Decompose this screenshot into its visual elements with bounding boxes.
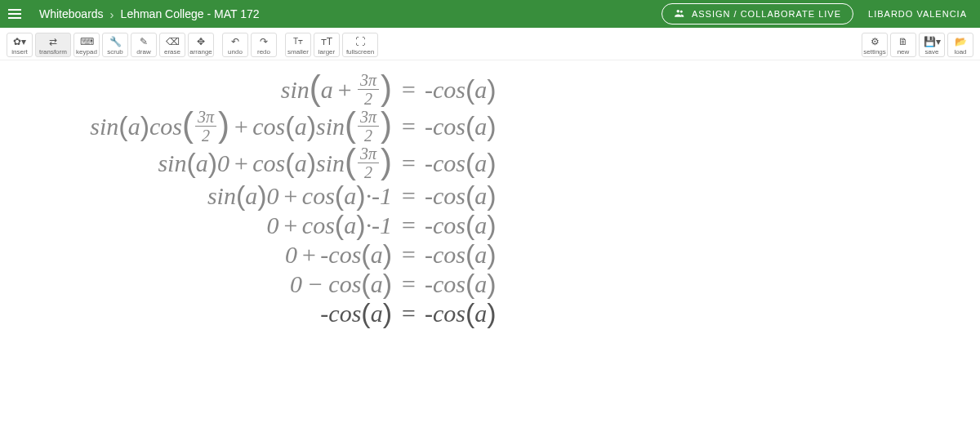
equation-row[interactable]: -cos(a) = -cos(a) bbox=[33, 300, 947, 327]
wrench-icon: 🔧 bbox=[109, 37, 122, 47]
transform-button[interactable]: ⇄ transform bbox=[35, 33, 71, 57]
equation-row[interactable]: sin(a) cos( 3π2 ) + cos(a) sin( 3π2 ) = … bbox=[33, 109, 947, 144]
smaller-button[interactable]: Tᴛ smaller bbox=[285, 33, 311, 57]
keyboard-icon: ⌨ bbox=[80, 37, 94, 47]
load-button[interactable]: 📂 load bbox=[947, 33, 973, 57]
breadcrumb-page[interactable]: Lehman College - MAT 172 bbox=[121, 7, 260, 20]
new-file-icon: 🗎 bbox=[898, 37, 908, 47]
eraser-icon: ⌫ bbox=[166, 37, 180, 47]
fullscreen-button[interactable]: ⛶ fullscreen bbox=[342, 33, 378, 57]
right-paren-icon: ) bbox=[381, 71, 392, 105]
equation-row[interactable]: sin ( a + 3π 2 ) = - cos ( a ) bbox=[33, 72, 947, 107]
save-icon: 💾▾ bbox=[924, 37, 941, 47]
settings-button[interactable]: ⚙ settings bbox=[862, 33, 888, 57]
pencil-icon: ✎ bbox=[140, 37, 148, 47]
save-button[interactable]: 💾▾ save bbox=[919, 33, 945, 57]
svg-point-0 bbox=[676, 10, 679, 12]
fraction: 3π 2 bbox=[358, 72, 379, 107]
assign-collaborate-button[interactable]: ASSIGN / COLLABORATE LIVE bbox=[662, 3, 853, 24]
app-header: Whiteboards › Lehman College - MAT 172 A… bbox=[0, 0, 980, 28]
gear-icon: ⚙ bbox=[871, 37, 880, 47]
svg-point-1 bbox=[680, 11, 683, 13]
load-icon: 📂 bbox=[955, 37, 967, 47]
equation-row[interactable]: 0 + -cos(a) = -cos(a) bbox=[33, 241, 947, 269]
new-button[interactable]: 🗎 new bbox=[890, 33, 916, 57]
hamburger-menu-icon[interactable] bbox=[8, 6, 24, 22]
breadcrumb-root[interactable]: Whiteboards bbox=[39, 7, 104, 20]
breadcrumb: Whiteboards › Lehman College - MAT 172 bbox=[39, 7, 260, 21]
keypad-button[interactable]: ⌨ keypad bbox=[74, 33, 100, 57]
equation-row[interactable]: sin(a) 0 + cos(a) ·-1 = -cos(a) bbox=[33, 182, 947, 210]
redo-button[interactable]: ↷ redo bbox=[251, 33, 277, 57]
assign-label: ASSIGN / COLLABORATE LIVE bbox=[692, 9, 841, 19]
equation-row[interactable]: 0 + cos(a) ·-1 = -cos(a) bbox=[33, 212, 947, 239]
undo-icon: ↶ bbox=[231, 37, 239, 47]
equation-row[interactable]: 0 − cos(a) = -cos(a) bbox=[33, 270, 947, 298]
left-paren-icon: ( bbox=[310, 71, 321, 105]
move-icon: ✥ bbox=[197, 37, 205, 47]
user-name[interactable]: LIBARDO VALENCIA bbox=[863, 9, 972, 19]
whiteboard-canvas[interactable]: sin ( a + 3π 2 ) = - cos ( a ) sin(a) co… bbox=[0, 60, 980, 339]
arrange-button[interactable]: ✥ arrange bbox=[188, 33, 214, 57]
undo-button[interactable]: ↶ undo bbox=[222, 33, 248, 57]
chevron-right-icon: › bbox=[110, 7, 114, 21]
shuffle-icon: ⇄ bbox=[49, 37, 57, 47]
text-larger-icon: ᴛT bbox=[321, 37, 332, 47]
toolbar: ✿▾ insert ⇄ transform ⌨ keypad 🔧 scrub ✎… bbox=[0, 28, 980, 60]
people-icon bbox=[674, 7, 685, 20]
text-smaller-icon: Tᴛ bbox=[293, 37, 303, 47]
fullscreen-icon: ⛶ bbox=[355, 37, 365, 47]
draw-button[interactable]: ✎ draw bbox=[131, 33, 157, 57]
insert-button[interactable]: ✿▾ insert bbox=[7, 33, 33, 57]
equation-row[interactable]: sin(a) 0 + cos(a) sin( 3π2 ) = -cos(a) bbox=[33, 145, 947, 180]
erase-button[interactable]: ⌫ erase bbox=[159, 33, 185, 57]
larger-button[interactable]: ᴛT larger bbox=[314, 33, 340, 57]
redo-icon: ↷ bbox=[260, 37, 268, 47]
scrub-button[interactable]: 🔧 scrub bbox=[102, 33, 128, 57]
gear-plus-icon: ✿▾ bbox=[13, 37, 26, 47]
